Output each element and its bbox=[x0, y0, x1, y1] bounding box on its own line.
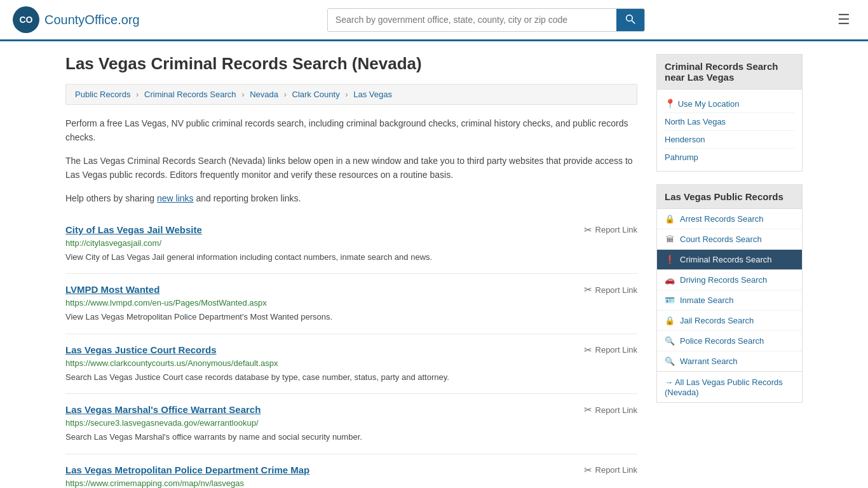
logo-text: CountyOffice.org bbox=[44, 13, 140, 27]
report-link[interactable]: ✂ Report Link bbox=[584, 404, 637, 416]
all-records-link[interactable]: → All Las Vegas Public Records (Nevada) bbox=[665, 377, 783, 397]
logo-ext: .org bbox=[118, 13, 139, 27]
result-title[interactable]: LVMPD Most Wanted bbox=[65, 284, 159, 295]
sidebar-records-title: Las Vegas Public Records bbox=[657, 185, 802, 209]
breadcrumb-criminal-records[interactable]: Criminal Records Search bbox=[144, 90, 236, 99]
result-desc: Search Las Vegas Marshal's office warran… bbox=[65, 431, 637, 444]
result-item: LVMPD Most Wanted ✂ Report Link https://… bbox=[65, 274, 637, 334]
driving-icon: 🚗 bbox=[665, 275, 675, 285]
sidebar: Criminal Records Search near Las Vegas 📍… bbox=[656, 54, 803, 488]
sidebar-warrant-search[interactable]: 🔍 Warrant Search bbox=[657, 351, 802, 371]
jail-label: Jail Records Search bbox=[680, 316, 754, 325]
desc3-prefix: Help others by sharing bbox=[65, 193, 157, 203]
report-link[interactable]: ✂ Report Link bbox=[584, 344, 637, 356]
warrant-label: Warrant Search bbox=[680, 356, 738, 366]
result-title[interactable]: City of Las Vegas Jail Website bbox=[65, 224, 202, 235]
inmate-icon: 🪪 bbox=[665, 295, 675, 305]
description-2: The Las Vegas Criminal Records Search (N… bbox=[65, 154, 637, 182]
header-right: ☰ bbox=[832, 9, 855, 30]
sidebar-jail-records[interactable]: 🔒 Jail Records Search bbox=[657, 311, 802, 331]
sidebar-all-records: → All Las Vegas Public Records (Nevada) bbox=[657, 371, 802, 402]
results-list: City of Las Vegas Jail Website ✂ Report … bbox=[65, 214, 637, 488]
breadcrumb-public-records[interactable]: Public Records bbox=[75, 90, 130, 99]
svg-line-3 bbox=[632, 20, 635, 24]
report-link[interactable]: ✂ Report Link bbox=[584, 464, 637, 476]
report-label: Report Link bbox=[595, 285, 637, 295]
result-desc: Search Las Vegas Justice Court case reco… bbox=[65, 371, 637, 384]
search-bar bbox=[327, 8, 645, 32]
sidebar-nearby-north-las-vegas[interactable]: North Las Vegas bbox=[665, 113, 794, 131]
inmate-label: Inmate Search bbox=[680, 295, 734, 305]
arrest-label: Arrest Records Search bbox=[680, 214, 764, 224]
logo-area: CO CountyOffice.org bbox=[13, 6, 140, 33]
report-label: Report Link bbox=[595, 345, 637, 355]
result-item: Las Vegas Justice Court Records ✂ Report… bbox=[65, 334, 637, 395]
driving-label: Driving Records Search bbox=[680, 275, 767, 285]
breadcrumb-las-vegas[interactable]: Las Vegas bbox=[353, 90, 392, 99]
sidebar-records-list: 🔒 Arrest Records Search 🏛 Court Records … bbox=[657, 209, 802, 371]
result-desc: View City of Las Vegas Jail general info… bbox=[65, 251, 637, 264]
layout: Las Vegas Criminal Records Search (Nevad… bbox=[53, 41, 815, 488]
warrant-icon: 🔍 bbox=[665, 356, 675, 366]
search-input[interactable] bbox=[328, 10, 616, 30]
report-icon: ✂ bbox=[584, 404, 592, 416]
nearby-location-label: Use My Location bbox=[678, 99, 740, 109]
description-1: Perform a free Las Vegas, NV public crim… bbox=[65, 116, 637, 145]
arrest-icon: 🔒 bbox=[665, 214, 675, 224]
sidebar-nearby-henderson[interactable]: Henderson bbox=[665, 131, 794, 149]
header: CO CountyOffice.org ☰ bbox=[0, 0, 868, 41]
report-label: Report Link bbox=[595, 465, 637, 475]
sidebar-nearby-box: Criminal Records Search near Las Vegas 📍… bbox=[656, 54, 803, 172]
result-title[interactable]: Las Vegas Justice Court Records bbox=[65, 344, 217, 355]
result-item: Las Vegas Metropolitan Police Department… bbox=[65, 454, 637, 488]
desc3-suffix: and reporting broken links. bbox=[194, 193, 301, 203]
sidebar-nearby-list: 📍 Use My Location North Las Vegas Hender… bbox=[657, 90, 802, 171]
result-url: https://www.lvmpd.com/en-us/Pages/MostWa… bbox=[65, 298, 637, 308]
sidebar-nearby-pahrump[interactable]: Pahrump bbox=[665, 149, 794, 166]
criminal-label: Criminal Records Search bbox=[680, 255, 772, 264]
sidebar-court-records[interactable]: 🏛 Court Records Search bbox=[657, 229, 802, 250]
svg-point-2 bbox=[626, 15, 632, 21]
sidebar-inmate-search[interactable]: 🪪 Inmate Search bbox=[657, 290, 802, 311]
hamburger-menu[interactable]: ☰ bbox=[832, 9, 855, 30]
result-title[interactable]: Las Vegas Metropolitan Police Department… bbox=[65, 464, 309, 475]
sidebar-nearby-title: Criminal Records Search near Las Vegas bbox=[657, 55, 802, 90]
court-icon: 🏛 bbox=[665, 234, 675, 244]
result-url: https://secure3.lasvegasnevada.gov/ewarr… bbox=[65, 418, 637, 428]
result-item: Las Vegas Marshal's Office Warrant Searc… bbox=[65, 394, 637, 454]
police-label: Police Records Search bbox=[680, 336, 764, 346]
sidebar-driving-records[interactable]: 🚗 Driving Records Search bbox=[657, 270, 802, 290]
result-url: http://citylasvegasjail.com/ bbox=[65, 238, 637, 248]
main-content: Las Vegas Criminal Records Search (Nevad… bbox=[65, 54, 637, 488]
result-item: City of Las Vegas Jail Website ✂ Report … bbox=[65, 214, 637, 274]
jail-icon: 🔒 bbox=[665, 316, 675, 325]
police-icon: 🔍 bbox=[665, 336, 675, 346]
sidebar-criminal-records[interactable]: ❗ Criminal Records Search bbox=[657, 250, 802, 270]
sidebar-records-box: Las Vegas Public Records 🔒 Arrest Record… bbox=[656, 184, 803, 403]
breadcrumb-nevada[interactable]: Nevada bbox=[250, 90, 278, 99]
report-link[interactable]: ✂ Report Link bbox=[584, 284, 637, 295]
description-3: Help others by sharing new links and rep… bbox=[65, 191, 637, 205]
logo-name: CountyOffice bbox=[44, 13, 118, 27]
svg-text:CO: CO bbox=[20, 15, 33, 25]
sidebar-use-my-location[interactable]: 📍 Use My Location bbox=[665, 95, 794, 113]
result-url: https://www.clarkcountycourts.us/Anonymo… bbox=[65, 358, 637, 368]
result-title[interactable]: Las Vegas Marshal's Office Warrant Searc… bbox=[65, 404, 261, 415]
new-links-link[interactable]: new links bbox=[157, 193, 194, 203]
court-label: Court Records Search bbox=[680, 234, 762, 244]
report-icon: ✂ bbox=[584, 284, 592, 295]
sidebar-police-records[interactable]: 🔍 Police Records Search bbox=[657, 331, 802, 351]
result-url: https://www.crimemapping.com/map/nv/lasv… bbox=[65, 478, 637, 488]
sidebar-arrest-records[interactable]: 🔒 Arrest Records Search bbox=[657, 209, 802, 229]
location-icon: 📍 bbox=[665, 98, 675, 109]
result-desc: View Las Vegas Metropolitan Police Depar… bbox=[65, 311, 637, 323]
report-icon: ✂ bbox=[584, 224, 592, 236]
breadcrumb-clark-county[interactable]: Clark County bbox=[292, 90, 340, 99]
report-icon: ✂ bbox=[584, 344, 592, 356]
report-label: Report Link bbox=[595, 405, 637, 415]
report-icon: ✂ bbox=[584, 464, 592, 476]
logo-icon: CO bbox=[13, 6, 39, 33]
report-link[interactable]: ✂ Report Link bbox=[584, 224, 637, 236]
search-button[interactable] bbox=[616, 9, 644, 31]
breadcrumb: Public Records › Criminal Records Search… bbox=[65, 84, 637, 105]
